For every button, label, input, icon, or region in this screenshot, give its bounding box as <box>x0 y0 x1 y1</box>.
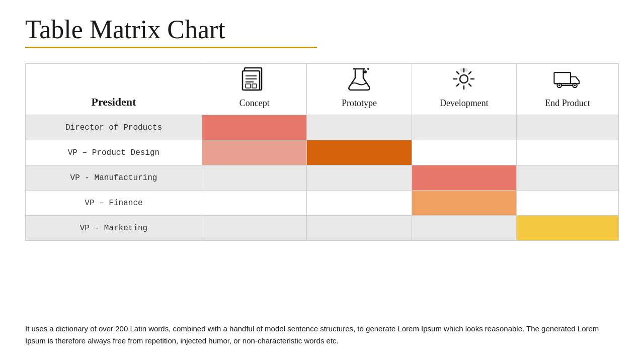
concept-icon <box>239 64 270 94</box>
table-row: VP - Marketing <box>26 216 619 241</box>
table-row: Director of Products <box>26 115 619 140</box>
cell-prototype-3 <box>307 191 412 216</box>
cell-end_product-0 <box>517 115 619 140</box>
title-underline <box>25 47 317 48</box>
cell-president-0: Director of Products <box>26 115 202 140</box>
svg-point-10 <box>460 75 468 83</box>
page: Table Matrix Chart President <box>0 0 644 362</box>
col-header-concept: Concept <box>202 64 306 115</box>
end-product-icon <box>552 64 583 94</box>
cell-development-3 <box>412 191 516 216</box>
cell-development-1 <box>412 140 516 165</box>
cell-prototype-1 <box>307 140 412 165</box>
table-row: VP – Finance <box>26 191 619 216</box>
cell-end_product-3 <box>517 191 619 216</box>
col-header-endproduct: End Product <box>517 64 619 115</box>
table-row: VP – Product Design <box>26 140 619 165</box>
cell-development-4 <box>412 216 516 241</box>
cell-prototype-2 <box>307 165 412 191</box>
matrix-section: President <box>25 63 619 313</box>
svg-rect-1 <box>243 71 260 90</box>
cell-concept-1 <box>202 140 306 165</box>
svg-point-9 <box>367 68 369 70</box>
footer-text: It uses a dictionary of over 200 Latin w… <box>25 323 619 347</box>
table-body: Director of ProductsVP – Product DesignV… <box>26 115 619 241</box>
svg-point-13 <box>558 84 560 86</box>
cell-end_product-4 <box>517 216 619 241</box>
development-icon <box>449 64 479 94</box>
svg-rect-11 <box>554 72 571 83</box>
cell-development-0 <box>412 115 516 140</box>
header-row: President <box>26 64 619 115</box>
cell-president-2: VP - Manufacturing <box>26 165 202 191</box>
col-header-prototype: Prototype <box>307 64 412 115</box>
cell-concept-0 <box>202 115 306 140</box>
svg-point-8 <box>364 70 367 73</box>
cell-president-3: VP – Finance <box>26 191 202 216</box>
cell-concept-3 <box>202 191 306 216</box>
cell-end_product-1 <box>517 140 619 165</box>
cell-president-1: VP – Product Design <box>26 140 202 165</box>
page-title: Table Matrix Chart <box>25 15 619 44</box>
cell-prototype-4 <box>307 216 412 241</box>
cell-end_product-2 <box>517 165 619 191</box>
cell-development-2 <box>412 165 516 191</box>
matrix-table: President <box>25 63 619 241</box>
cell-concept-2 <box>202 165 306 191</box>
table-row: VP - Manufacturing <box>26 165 619 191</box>
col-header-development: Development <box>412 64 516 115</box>
cell-concept-4 <box>202 216 306 241</box>
col-header-president: President <box>26 64 202 115</box>
cell-prototype-0 <box>307 115 412 140</box>
title-section: Table Matrix Chart <box>25 15 619 48</box>
svg-point-15 <box>574 84 576 86</box>
prototype-icon <box>344 64 374 94</box>
cell-president-4: VP - Marketing <box>26 216 202 241</box>
